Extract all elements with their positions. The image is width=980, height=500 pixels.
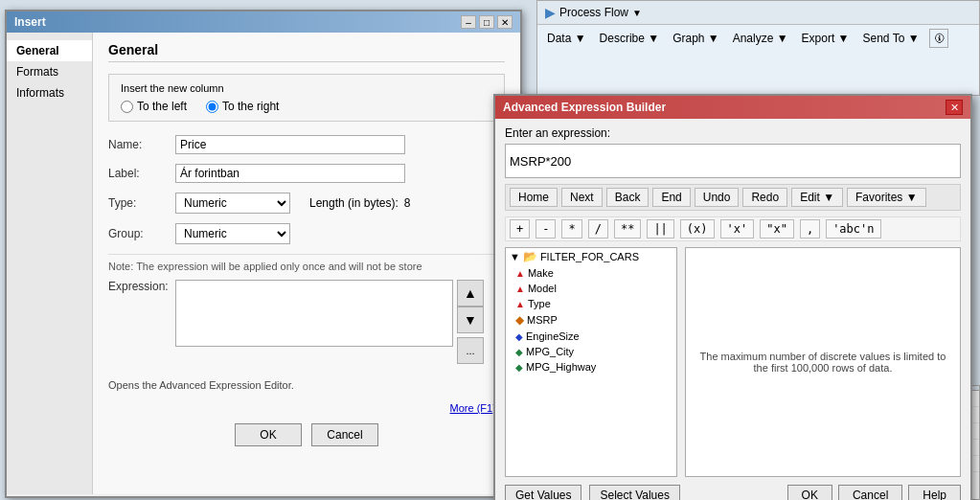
op-plus[interactable]: + bbox=[510, 219, 530, 239]
tree-make-label: Make bbox=[528, 267, 554, 279]
expr-scroll-down-btn[interactable]: ▼ bbox=[457, 307, 484, 333]
type-select[interactable]: Numeric Character bbox=[175, 193, 290, 214]
back-btn[interactable]: Back bbox=[606, 188, 650, 207]
group-select[interactable]: Numeric Character bbox=[175, 223, 290, 244]
dialog-body: General Formats Informats General Insert… bbox=[7, 33, 520, 494]
end-btn[interactable]: End bbox=[652, 188, 690, 207]
radio-left-input[interactable] bbox=[121, 101, 133, 113]
op-minus[interactable]: - bbox=[536, 219, 556, 239]
adv-ops-row: + - * / ** || (x) 'x' "x" , 'abc'n bbox=[505, 216, 961, 241]
name-input[interactable] bbox=[175, 135, 405, 154]
tree-item-type[interactable]: ▲ Type bbox=[506, 296, 676, 311]
cancel-button[interactable]: Cancel bbox=[311, 423, 378, 446]
adv-info-text: The maximum number of discrete values is… bbox=[694, 351, 952, 374]
op-dquote[interactable]: "x" bbox=[760, 219, 794, 239]
tree-item-enginesize[interactable]: ◆ EngineSize bbox=[506, 329, 676, 344]
toolbar-row2[interactable]: Data ▼ Describe ▼ Graph ▼ Analyze ▼ Expo… bbox=[537, 25, 979, 52]
expr-editor-btn[interactable]: ... bbox=[457, 337, 484, 364]
adv-footer: Get Values Select Values OK Cancel Help bbox=[505, 485, 961, 500]
radio-left[interactable]: To the left bbox=[121, 100, 187, 113]
tree-mpghighway-label: MPG_Highway bbox=[526, 361, 596, 373]
tree-root[interactable]: ▼ 📂 FILTER_FOR_CARS bbox=[506, 248, 676, 265]
length-value: 8 bbox=[404, 196, 411, 210]
adv-info-panel: The maximum number of discrete values is… bbox=[685, 247, 961, 477]
close-btn[interactable]: ✕ bbox=[497, 15, 513, 29]
tree-item-make[interactable]: ▲ Make bbox=[506, 265, 676, 281]
maximize-btn[interactable]: □ bbox=[479, 15, 494, 29]
tree-model-icon: ▲ bbox=[515, 284, 525, 294]
adv-help-btn[interactable]: Help bbox=[908, 485, 961, 500]
expression-label: Expression: bbox=[108, 280, 175, 293]
redo-btn[interactable]: Redo bbox=[742, 188, 787, 207]
sidebar-item-formats[interactable]: Formats bbox=[7, 61, 92, 82]
tree-enginesize-icon: ◆ bbox=[515, 331, 523, 342]
export-menu-btn[interactable]: Export ▼ bbox=[798, 30, 854, 47]
minimize-btn[interactable]: – bbox=[461, 15, 476, 29]
favorites-menu-btn[interactable]: Favorites ▼ bbox=[847, 188, 926, 207]
adv-footer-right: OK Cancel Help bbox=[787, 485, 961, 500]
insert-dialog-title: Insert bbox=[14, 15, 46, 29]
op-paren[interactable]: (x) bbox=[680, 219, 715, 239]
more-link[interactable]: More (F1)... bbox=[108, 402, 505, 414]
op-squote[interactable]: 'x' bbox=[720, 219, 755, 239]
tree-folder-icon: 📂 bbox=[523, 250, 537, 263]
describe-menu-btn[interactable]: Describe ▼ bbox=[596, 30, 664, 47]
adv-expr-input[interactable] bbox=[505, 144, 961, 178]
adv-toolbar: Home Next Back End Undo Redo Edit ▼ Favo… bbox=[505, 184, 961, 211]
tree-mpgcity-icon: ◆ bbox=[515, 347, 523, 357]
next-btn[interactable]: Next bbox=[561, 188, 603, 207]
tree-item-msrp[interactable]: ◆ MSRP bbox=[506, 311, 676, 329]
sidebar-item-informats[interactable]: Informats bbox=[7, 82, 92, 103]
section-title: General bbox=[108, 42, 505, 62]
sidebar-item-general[interactable]: General bbox=[7, 40, 92, 61]
op-power[interactable]: ** bbox=[614, 219, 641, 239]
label-label: Label: bbox=[108, 167, 175, 180]
expression-textarea[interactable] bbox=[175, 280, 453, 347]
expr-scroll-up-btn[interactable]: ▲ bbox=[457, 280, 484, 307]
info-btn[interactable]: 🛈 bbox=[929, 29, 948, 48]
adv-footer-left: Get Values Select Values bbox=[505, 485, 680, 500]
op-div[interactable]: / bbox=[588, 219, 608, 239]
adv-titlebar: Advanced Expression Builder ✕ bbox=[495, 96, 970, 119]
radio-right[interactable]: To the right bbox=[206, 100, 279, 113]
tree-h-scrollbar[interactable] bbox=[506, 476, 676, 477]
undo-btn[interactable]: Undo bbox=[695, 188, 740, 207]
adv-ok-btn[interactable]: OK bbox=[787, 485, 832, 500]
length-label: Length (in bytes): bbox=[309, 196, 399, 210]
analyze-menu-btn[interactable]: Analyze ▼ bbox=[729, 30, 792, 47]
tree-scroll-area[interactable]: ▼ 📂 FILTER_FOR_CARS ▲ Make ▲ Model ▲ bbox=[506, 248, 676, 476]
graph-menu-btn[interactable]: Graph ▼ bbox=[669, 30, 723, 47]
tree-mpghighway-icon: ◆ bbox=[515, 362, 523, 373]
adv-close-btn[interactable]: ✕ bbox=[946, 100, 963, 115]
expression-row: Expression: ▲ ▼ ... bbox=[108, 280, 505, 370]
radio-right-input[interactable] bbox=[206, 101, 218, 113]
tree-msrp-icon: ◆ bbox=[515, 313, 524, 327]
adv-dialog-title: Advanced Expression Builder bbox=[503, 101, 666, 114]
tree-model-label: Model bbox=[528, 283, 557, 294]
expression-area: ▲ ▼ ... bbox=[175, 280, 484, 364]
sendto-menu-btn[interactable]: Send To ▼ bbox=[859, 30, 923, 47]
tree-mpgcity-label: MPG_City bbox=[526, 346, 574, 357]
dialog-main: General Insert the new column To the lef… bbox=[93, 33, 520, 494]
insert-dialog: Insert – □ ✕ General Formats Informats G… bbox=[5, 10, 522, 498]
name-label: Name: bbox=[108, 138, 175, 151]
op-comma[interactable]: , bbox=[800, 219, 820, 239]
op-mult[interactable]: * bbox=[561, 219, 581, 239]
home-btn[interactable]: Home bbox=[510, 188, 558, 207]
label-input[interactable] bbox=[175, 164, 405, 183]
edit-menu-btn[interactable]: Edit ▼ bbox=[791, 188, 843, 207]
data-menu-btn[interactable]: Data ▼ bbox=[543, 30, 590, 47]
select-values-btn[interactable]: Select Values bbox=[589, 485, 680, 500]
op-nquote[interactable]: 'abc'n bbox=[826, 219, 880, 239]
tree-item-mpgcity[interactable]: ◆ MPG_City bbox=[506, 344, 676, 359]
tree-item-model[interactable]: ▲ Model bbox=[506, 281, 676, 296]
tree-item-mpghighway[interactable]: ◆ MPG_Highway bbox=[506, 359, 676, 375]
ok-button[interactable]: OK bbox=[235, 423, 302, 446]
tree-root-label: FILTER_FOR_CARS bbox=[540, 251, 639, 262]
adv-cancel-btn[interactable]: Cancel bbox=[838, 485, 902, 500]
op-concat[interactable]: || bbox=[647, 219, 673, 239]
insert-col-group: Insert the new column To the left To the… bbox=[108, 74, 505, 122]
tree-type-icon: ▲ bbox=[515, 299, 525, 309]
titlebar-buttons[interactable]: – □ ✕ bbox=[461, 15, 513, 29]
get-values-btn[interactable]: Get Values bbox=[505, 485, 581, 500]
